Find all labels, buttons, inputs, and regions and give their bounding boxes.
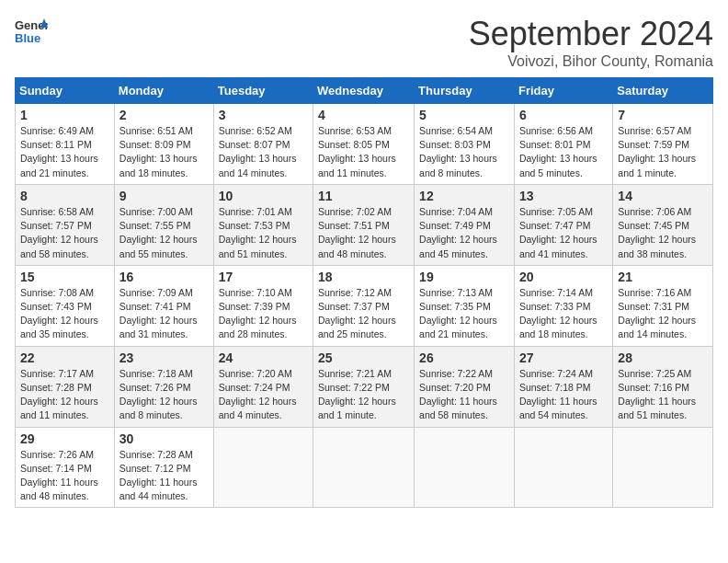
day-number: 22 (20, 350, 109, 365)
day-number: 12 (419, 189, 509, 203)
dow-header: Monday (114, 78, 213, 104)
calendar-cell: 2Sunrise: 6:51 AM Sunset: 8:09 PM Daylig… (114, 104, 213, 185)
day-number: 10 (219, 189, 308, 203)
calendar-cell: 4Sunrise: 6:53 AM Sunset: 8:05 PM Daylig… (313, 104, 415, 185)
day-number: 14 (618, 189, 708, 203)
day-number: 30 (119, 431, 209, 446)
day-number: 2 (119, 108, 209, 122)
calendar-cell: 21Sunrise: 7:16 AM Sunset: 7:31 PM Dayli… (613, 265, 713, 346)
day-detail: Sunrise: 7:21 AM Sunset: 7:22 PM Dayligh… (318, 367, 409, 423)
calendar-cell: 25Sunrise: 7:21 AM Sunset: 7:22 PM Dayli… (313, 346, 415, 427)
day-detail: Sunrise: 7:12 AM Sunset: 7:37 PM Dayligh… (318, 286, 409, 342)
calendar-cell (415, 427, 515, 508)
title-block: September 2024 Voivozi, Bihor County, Ro… (469, 15, 713, 70)
subtitle: Voivozi, Bihor County, Romania (469, 53, 713, 70)
day-number: 17 (219, 270, 308, 284)
calendar-week-row: 29Sunrise: 7:26 AM Sunset: 7:14 PM Dayli… (16, 427, 713, 508)
day-of-week-row: SundayMondayTuesdayWednesdayThursdayFrid… (16, 78, 713, 104)
day-number: 29 (20, 431, 109, 446)
calendar-cell: 9Sunrise: 7:00 AM Sunset: 7:55 PM Daylig… (114, 184, 213, 265)
day-number: 27 (519, 350, 608, 365)
day-number: 28 (618, 350, 708, 365)
day-detail: Sunrise: 7:20 AM Sunset: 7:24 PM Dayligh… (219, 367, 308, 423)
day-detail: Sunrise: 7:04 AM Sunset: 7:49 PM Dayligh… (419, 205, 509, 261)
page-header: General Blue September 2024 Voivozi, Bih… (15, 15, 713, 70)
main-title: September 2024 (469, 15, 713, 53)
day-detail: Sunrise: 7:26 AM Sunset: 7:14 PM Dayligh… (20, 448, 109, 504)
day-detail: Sunrise: 7:25 AM Sunset: 7:16 PM Dayligh… (618, 367, 708, 423)
day-detail: Sunrise: 6:49 AM Sunset: 8:11 PM Dayligh… (20, 124, 109, 180)
calendar-week-row: 1Sunrise: 6:49 AM Sunset: 8:11 PM Daylig… (16, 104, 713, 185)
calendar-week-row: 8Sunrise: 6:58 AM Sunset: 7:57 PM Daylig… (16, 184, 713, 265)
day-detail: Sunrise: 6:53 AM Sunset: 8:05 PM Dayligh… (318, 124, 409, 180)
day-detail: Sunrise: 7:22 AM Sunset: 7:20 PM Dayligh… (419, 367, 509, 423)
day-detail: Sunrise: 6:57 AM Sunset: 7:59 PM Dayligh… (618, 124, 708, 180)
day-number: 3 (219, 108, 308, 122)
calendar-cell: 20Sunrise: 7:14 AM Sunset: 7:33 PM Dayli… (514, 265, 612, 346)
day-detail: Sunrise: 7:17 AM Sunset: 7:28 PM Dayligh… (20, 367, 109, 423)
day-detail: Sunrise: 7:00 AM Sunset: 7:55 PM Dayligh… (119, 205, 209, 261)
day-detail: Sunrise: 7:14 AM Sunset: 7:33 PM Dayligh… (519, 286, 608, 342)
day-number: 16 (119, 270, 209, 284)
day-number: 20 (519, 270, 608, 284)
day-detail: Sunrise: 7:05 AM Sunset: 7:47 PM Dayligh… (519, 205, 608, 261)
day-detail: Sunrise: 7:24 AM Sunset: 7:18 PM Dayligh… (519, 367, 608, 423)
day-detail: Sunrise: 7:09 AM Sunset: 7:41 PM Dayligh… (119, 286, 209, 342)
calendar-cell (313, 427, 415, 508)
day-detail: Sunrise: 6:54 AM Sunset: 8:03 PM Dayligh… (419, 124, 509, 180)
day-detail: Sunrise: 7:08 AM Sunset: 7:43 PM Dayligh… (20, 286, 109, 342)
calendar-cell: 15Sunrise: 7:08 AM Sunset: 7:43 PM Dayli… (16, 265, 115, 346)
day-number: 13 (519, 189, 608, 203)
day-number: 26 (419, 350, 509, 365)
svg-text:Blue: Blue (15, 31, 40, 45)
calendar-cell: 16Sunrise: 7:09 AM Sunset: 7:41 PM Dayli… (114, 265, 213, 346)
calendar-cell: 29Sunrise: 7:26 AM Sunset: 7:14 PM Dayli… (16, 427, 115, 508)
calendar-cell: 28Sunrise: 7:25 AM Sunset: 7:16 PM Dayli… (613, 346, 713, 427)
calendar-cell: 22Sunrise: 7:17 AM Sunset: 7:28 PM Dayli… (16, 346, 115, 427)
calendar-cell: 7Sunrise: 6:57 AM Sunset: 7:59 PM Daylig… (613, 104, 713, 185)
dow-header: Tuesday (213, 78, 313, 104)
calendar-cell: 27Sunrise: 7:24 AM Sunset: 7:18 PM Dayli… (514, 346, 612, 427)
day-detail: Sunrise: 6:58 AM Sunset: 7:57 PM Dayligh… (20, 205, 109, 261)
day-detail: Sunrise: 7:01 AM Sunset: 7:53 PM Dayligh… (219, 205, 308, 261)
day-number: 4 (318, 108, 409, 122)
day-detail: Sunrise: 6:52 AM Sunset: 8:07 PM Dayligh… (219, 124, 308, 180)
calendar-cell (213, 427, 313, 508)
calendar-cell: 10Sunrise: 7:01 AM Sunset: 7:53 PM Dayli… (213, 184, 313, 265)
calendar-week-row: 15Sunrise: 7:08 AM Sunset: 7:43 PM Dayli… (16, 265, 713, 346)
day-detail: Sunrise: 7:02 AM Sunset: 7:51 PM Dayligh… (318, 205, 409, 261)
calendar-cell (514, 427, 612, 508)
dow-header: Friday (514, 78, 612, 104)
day-detail: Sunrise: 7:10 AM Sunset: 7:39 PM Dayligh… (219, 286, 308, 342)
day-number: 21 (618, 270, 708, 284)
day-number: 5 (419, 108, 509, 122)
day-detail: Sunrise: 6:56 AM Sunset: 8:01 PM Dayligh… (519, 124, 608, 180)
day-detail: Sunrise: 7:18 AM Sunset: 7:26 PM Dayligh… (119, 367, 209, 423)
calendar-cell: 1Sunrise: 6:49 AM Sunset: 8:11 PM Daylig… (16, 104, 115, 185)
calendar-cell: 11Sunrise: 7:02 AM Sunset: 7:51 PM Dayli… (313, 184, 415, 265)
logo: General Blue (15, 15, 48, 48)
calendar-cell: 17Sunrise: 7:10 AM Sunset: 7:39 PM Dayli… (213, 265, 313, 346)
calendar-cell: 23Sunrise: 7:18 AM Sunset: 7:26 PM Dayli… (114, 346, 213, 427)
calendar-cell: 24Sunrise: 7:20 AM Sunset: 7:24 PM Dayli… (213, 346, 313, 427)
day-number: 7 (618, 108, 708, 122)
calendar-body: 1Sunrise: 6:49 AM Sunset: 8:11 PM Daylig… (16, 104, 713, 508)
dow-header: Thursday (415, 78, 515, 104)
calendar-cell (613, 427, 713, 508)
day-number: 1 (20, 108, 109, 122)
calendar-cell: 12Sunrise: 7:04 AM Sunset: 7:49 PM Dayli… (415, 184, 515, 265)
calendar-cell: 3Sunrise: 6:52 AM Sunset: 8:07 PM Daylig… (213, 104, 313, 185)
dow-header: Sunday (16, 78, 115, 104)
day-number: 24 (219, 350, 308, 365)
day-detail: Sunrise: 7:06 AM Sunset: 7:45 PM Dayligh… (618, 205, 708, 261)
calendar-cell: 8Sunrise: 6:58 AM Sunset: 7:57 PM Daylig… (16, 184, 115, 265)
calendar-cell: 19Sunrise: 7:13 AM Sunset: 7:35 PM Dayli… (415, 265, 515, 346)
calendar-cell: 6Sunrise: 6:56 AM Sunset: 8:01 PM Daylig… (514, 104, 612, 185)
calendar-table: SundayMondayTuesdayWednesdayThursdayFrid… (15, 77, 713, 508)
day-detail: Sunrise: 7:16 AM Sunset: 7:31 PM Dayligh… (618, 286, 708, 342)
day-number: 18 (318, 270, 409, 284)
calendar-cell: 30Sunrise: 7:28 AM Sunset: 7:12 PM Dayli… (114, 427, 213, 508)
calendar-cell: 14Sunrise: 7:06 AM Sunset: 7:45 PM Dayli… (613, 184, 713, 265)
day-number: 6 (519, 108, 608, 122)
day-number: 9 (119, 189, 209, 203)
